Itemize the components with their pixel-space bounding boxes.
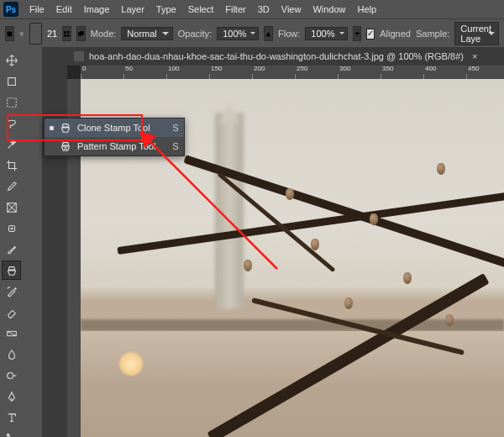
menu-file[interactable]: File xyxy=(24,4,50,14)
flyout-pattern-stamp[interactable]: Pattern Stamp Tool S xyxy=(45,137,184,155)
options-bar: ▾ 21 Mode: Normal Opacity: 100% Flow: 10… xyxy=(0,19,504,49)
sample-label: Sample: xyxy=(416,29,449,39)
flow-value[interactable]: 100% xyxy=(305,27,347,40)
aligned-checkbox[interactable]: ✓ xyxy=(366,29,375,39)
svg-rect-6 xyxy=(80,31,83,34)
menu-help[interactable]: Help xyxy=(352,4,383,14)
document-tab-icon xyxy=(74,51,84,61)
marquee-tool-icon[interactable] xyxy=(2,92,21,112)
clone-source-icon[interactable] xyxy=(76,26,86,41)
airbrush-icon[interactable] xyxy=(353,26,362,41)
ruler-mark: 100 xyxy=(168,66,179,72)
frame-tool-icon[interactable] xyxy=(2,197,21,217)
image-bud xyxy=(244,260,252,271)
mode-select[interactable]: Normal xyxy=(121,27,172,40)
tool-flyout: Clone Stamp Tool S Pattern Stamp Tool S xyxy=(44,118,185,156)
crop-tool-icon[interactable] xyxy=(2,155,21,175)
ruler-horizontal[interactable]: 0 50 100 150 200 250 300 350 400 450 500 xyxy=(81,66,504,80)
menu-window[interactable]: Window xyxy=(307,4,351,14)
gradient-tool-icon[interactable] xyxy=(2,324,21,343)
ruler-mark: 400 xyxy=(425,66,436,72)
aligned-label: Aligned xyxy=(380,29,411,39)
sample-select[interactable]: Current Laye xyxy=(454,22,499,45)
app-logo[interactable]: Ps xyxy=(3,2,18,17)
menu-layer[interactable]: Layer xyxy=(115,4,150,14)
clone-stamp-icon xyxy=(59,121,72,134)
panel-gutter xyxy=(42,47,68,437)
dodge-tool-icon[interactable] xyxy=(2,366,21,385)
opacity-value[interactable]: 100% xyxy=(217,27,259,40)
ruler-mark: 150 xyxy=(211,66,222,72)
opacity-label: Opacity: xyxy=(178,29,212,39)
blur-tool-icon[interactable] xyxy=(2,345,21,364)
artboard-tool-icon[interactable] xyxy=(2,71,21,91)
ruler-mark: 0 xyxy=(82,66,86,72)
document-tab[interactable]: hoa-anh-dao-dua-nhau-khoe-sac-tai-thu-do… xyxy=(67,47,504,66)
svg-rect-1 xyxy=(64,31,66,34)
flyout-item-label: Clone Stamp Tool xyxy=(77,123,155,133)
image-shoreline xyxy=(81,319,504,331)
svg-rect-2 xyxy=(67,31,70,34)
mode-label: Mode: xyxy=(91,29,117,39)
move-tool-icon[interactable] xyxy=(2,50,21,70)
brush-preview[interactable] xyxy=(29,23,42,45)
menu-select[interactable]: Select xyxy=(182,4,220,14)
ruler-mark: 250 xyxy=(297,66,307,72)
flyout-item-key: S xyxy=(172,141,178,151)
image-bud xyxy=(437,163,445,175)
svg-point-13 xyxy=(7,372,13,378)
svg-rect-3 xyxy=(64,34,66,37)
image-bud xyxy=(445,314,454,326)
type-tool-icon[interactable] xyxy=(2,408,21,427)
flyout-item-label: Pattern Stamp Tool xyxy=(77,141,155,151)
close-tab-icon[interactable]: × xyxy=(472,51,477,61)
image-sun-reflection xyxy=(119,352,143,376)
menu-image[interactable]: Image xyxy=(78,4,116,14)
wand-tool-icon[interactable] xyxy=(2,134,21,154)
history-brush-tool-icon[interactable] xyxy=(2,282,21,301)
svg-rect-8 xyxy=(8,77,15,85)
image-monument xyxy=(215,113,244,309)
workspace: hoa-anh-dao-dua-nhau-khoe-sac-tai-thu-do… xyxy=(0,47,504,437)
svg-rect-4 xyxy=(67,34,70,37)
path-tool-icon[interactable] xyxy=(2,429,21,437)
svg-point-14 xyxy=(7,434,9,436)
svg-rect-0 xyxy=(8,31,12,35)
pattern-stamp-icon xyxy=(59,140,72,153)
image-bud xyxy=(344,297,353,309)
eraser-tool-icon[interactable] xyxy=(2,303,21,322)
lasso-tool-icon[interactable] xyxy=(2,113,21,133)
tool-preset-icon[interactable] xyxy=(5,26,14,41)
flow-label: Flow: xyxy=(278,29,300,39)
image-bud xyxy=(286,188,294,200)
flyout-item-key: S xyxy=(172,123,178,133)
eyedropper-tool-icon[interactable] xyxy=(2,176,21,196)
brush-panel-icon[interactable] xyxy=(62,26,71,41)
menu-view[interactable]: View xyxy=(276,4,307,14)
svg-rect-9 xyxy=(7,97,16,107)
document-area: hoa-anh-dao-dua-nhau-khoe-sac-tai-thu-do… xyxy=(67,47,504,437)
ruler-mark: 200 xyxy=(254,66,265,72)
pen-tool-icon[interactable] xyxy=(2,387,21,406)
menu-filter[interactable]: Filter xyxy=(219,4,251,14)
brush-tool-icon[interactable] xyxy=(2,240,21,259)
ruler-mark: 300 xyxy=(339,66,350,72)
menubar: Ps File Edit Image Layer Type Select Fil… xyxy=(0,0,504,19)
clone-stamp-tool-icon[interactable] xyxy=(2,261,21,280)
healing-tool-icon[interactable] xyxy=(2,218,21,238)
menu-edit[interactable]: Edit xyxy=(50,4,78,14)
svg-point-7 xyxy=(356,34,358,36)
pressure-opacity-icon[interactable] xyxy=(264,26,273,41)
menu-type[interactable]: Type xyxy=(150,4,182,14)
document-tab-title: hoa-anh-dao-dua-nhau-khoe-sac-tai-thu-do… xyxy=(89,51,464,61)
ruler-mark: 450 xyxy=(468,66,479,72)
flyout-clone-stamp[interactable]: Clone Stamp Tool S xyxy=(45,118,184,137)
tools-panel xyxy=(0,47,43,437)
ruler-mark: 50 xyxy=(125,66,133,72)
ruler-mark: 350 xyxy=(382,66,393,72)
image-bud xyxy=(311,239,319,250)
image-bud xyxy=(370,213,378,225)
menu-3d[interactable]: 3D xyxy=(252,4,276,14)
brush-size[interactable]: 21 xyxy=(47,29,57,39)
image-bud xyxy=(403,272,412,284)
